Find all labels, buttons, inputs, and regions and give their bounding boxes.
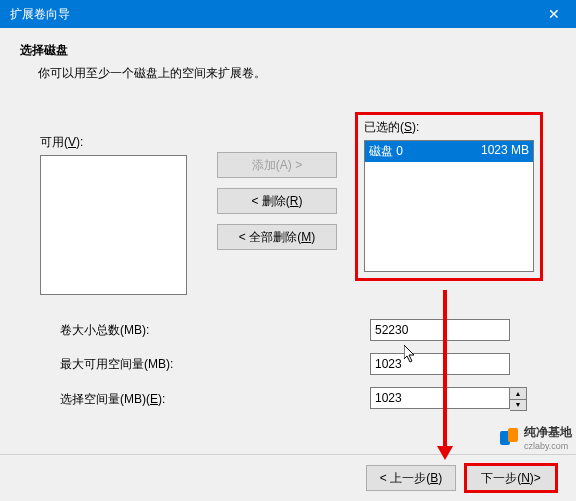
wizard-footer: < 上一步(B) 下一步(N) > bbox=[0, 454, 576, 501]
select-space-spinner: ▲ ▼ bbox=[370, 387, 527, 411]
max-space-value bbox=[370, 353, 510, 375]
selected-listbox[interactable]: 磁盘 0 1023 MB bbox=[364, 140, 534, 272]
available-listbox[interactable] bbox=[40, 155, 187, 295]
max-space-row: 最大可用空间量(MB): bbox=[60, 353, 556, 375]
spin-down-button[interactable]: ▼ bbox=[510, 400, 526, 411]
max-space-label: 最大可用空间量(MB): bbox=[60, 356, 370, 373]
selected-highlight-box: 已选的(S): 磁盘 0 1023 MB bbox=[355, 112, 543, 281]
select-space-label: 选择空间量(MB)(E): bbox=[60, 391, 370, 408]
window-title: 扩展卷向导 bbox=[10, 6, 70, 23]
spinner-buttons: ▲ ▼ bbox=[510, 387, 527, 411]
size-fields: 卷大小总数(MB): 最大可用空间量(MB): 选择空间量(MB)(E): ▲ … bbox=[60, 319, 556, 411]
total-size-row: 卷大小总数(MB): bbox=[60, 319, 556, 341]
available-label: 可用(V): bbox=[40, 134, 187, 151]
disk-selection-row: 可用(V): 添加(A) > < 删除(R) < 全部删除(M) 已选的(S): bbox=[20, 134, 556, 295]
remove-button[interactable]: < 删除(R) bbox=[217, 188, 337, 214]
add-button[interactable]: 添加(A) > bbox=[217, 152, 337, 178]
disk-name: 磁盘 0 bbox=[369, 143, 403, 160]
available-column: 可用(V): bbox=[40, 134, 187, 295]
spin-up-button[interactable]: ▲ bbox=[510, 388, 526, 400]
back-button[interactable]: < 上一步(B) bbox=[366, 465, 456, 491]
total-size-label: 卷大小总数(MB): bbox=[60, 322, 370, 339]
page-subheading: 你可以用至少一个磁盘上的空间来扩展卷。 bbox=[38, 65, 556, 82]
selected-column: 已选的(S): 磁盘 0 1023 MB bbox=[355, 134, 543, 281]
page-heading: 选择磁盘 bbox=[20, 42, 556, 59]
transfer-buttons: 添加(A) > < 删除(R) < 全部删除(M) bbox=[217, 152, 337, 250]
titlebar: 扩展卷向导 ✕ bbox=[0, 0, 576, 28]
next-button[interactable]: 下一步(N) > bbox=[464, 463, 558, 493]
watermark-logo-icon bbox=[500, 428, 520, 448]
remove-all-button[interactable]: < 全部删除(M) bbox=[217, 224, 337, 250]
selected-label: 已选的(S): bbox=[364, 119, 534, 136]
watermark: 纯净基地 czlaby.com bbox=[500, 424, 572, 451]
select-space-input[interactable] bbox=[370, 387, 510, 409]
watermark-url: czlaby.com bbox=[524, 441, 572, 451]
close-icon: ✕ bbox=[548, 6, 560, 22]
disk-size: 1023 MB bbox=[481, 143, 529, 160]
wizard-body: 选择磁盘 你可以用至少一个磁盘上的空间来扩展卷。 可用(V): 添加(A) > … bbox=[0, 28, 576, 411]
close-button[interactable]: ✕ bbox=[531, 0, 576, 28]
watermark-brand: 纯净基地 bbox=[524, 425, 572, 439]
total-size-value bbox=[370, 319, 510, 341]
select-space-row: 选择空间量(MB)(E): ▲ ▼ bbox=[60, 387, 556, 411]
list-item[interactable]: 磁盘 0 1023 MB bbox=[365, 141, 533, 162]
wizard-window: 扩展卷向导 ✕ 选择磁盘 你可以用至少一个磁盘上的空间来扩展卷。 可用(V): … bbox=[0, 0, 576, 501]
